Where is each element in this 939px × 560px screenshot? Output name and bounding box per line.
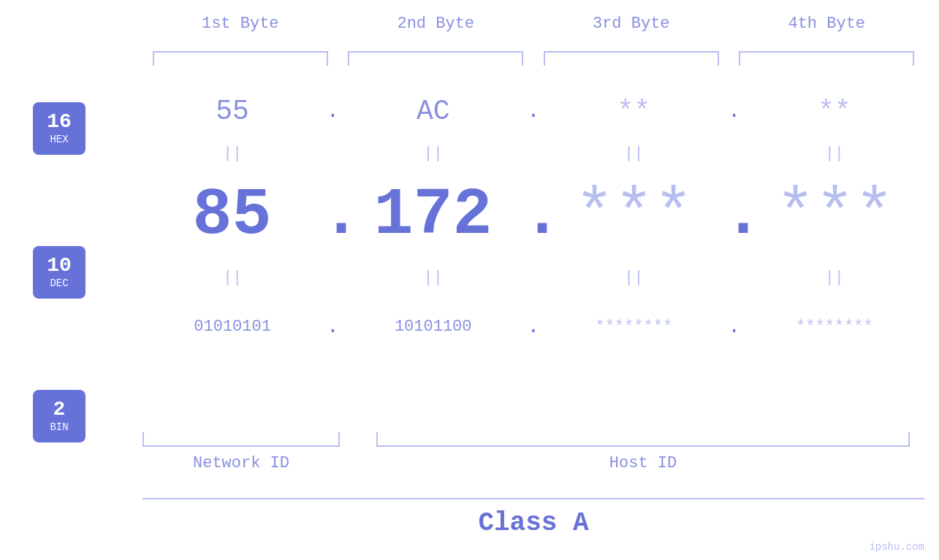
host-id-label: Host ID <box>376 454 910 472</box>
hex-b4: ** <box>745 96 924 127</box>
bin-row: 01010101 . 10101100 . ******** . *******… <box>142 299 924 354</box>
dec-badge: 10 DEC <box>33 246 85 299</box>
bin-badge-num: 2 <box>53 399 66 420</box>
hex-b2: AC <box>343 96 523 127</box>
dec-badge-label: DEC <box>50 277 68 289</box>
hex-badge-num: 16 <box>47 112 72 132</box>
hex-b3-val: ** <box>617 96 650 127</box>
dec-badge-num: 10 <box>47 256 72 276</box>
badges: 16 HEX 10 DEC 2 BIN <box>33 102 85 442</box>
bin-b1: 01010101 <box>142 318 322 336</box>
bin-b3: ******** <box>544 318 723 336</box>
host-bracket <box>376 432 910 447</box>
hex-sep3: . <box>723 100 744 123</box>
hex-b4-val: ** <box>818 96 851 127</box>
network-id-label: Network ID <box>142 454 340 472</box>
bin-badge: 2 BIN <box>33 390 85 442</box>
bottom-brackets <box>142 432 924 447</box>
equals-row-1: || || || || <box>142 139 924 168</box>
hex-row: 55 . AC . ** . ** <box>142 84 924 139</box>
eq1-b2: || <box>343 145 523 163</box>
dec-b3-val: *** <box>574 178 693 253</box>
main-container: 1st Byte 2nd Byte 3rd Byte 4th Byte 16 H… <box>0 0 939 560</box>
header-byte4: 4th Byte <box>731 15 921 33</box>
hex-b1: 55 <box>142 96 322 127</box>
eq1-b4: || <box>745 145 924 163</box>
hex-b2-val: AC <box>417 96 450 127</box>
bin-sep3: . <box>723 315 744 338</box>
bin-b2-val: 10101100 <box>395 318 472 336</box>
dec-b4-val: *** <box>775 178 894 253</box>
dec-b1-val: 85 <box>192 178 271 253</box>
bottom-labels: Network ID Host ID <box>142 454 924 472</box>
header-byte2: 2nd Byte <box>341 15 531 33</box>
dec-sep3: . <box>723 178 745 253</box>
bin-b3-val: ******** <box>595 318 672 336</box>
top-brackets <box>142 51 924 66</box>
watermark: ipshu.com <box>869 541 924 553</box>
hex-b1-val: 55 <box>216 96 249 127</box>
hex-sep1: . <box>322 100 343 123</box>
equals-row-2: || || || || <box>142 263 924 292</box>
hex-badge: 16 HEX <box>33 102 85 155</box>
bin-badge-label: BIN <box>50 421 68 433</box>
bracket-byte4 <box>739 51 914 66</box>
eq1-b3: || <box>544 145 723 163</box>
eq2-b2: || <box>343 269 523 287</box>
dec-b3: *** <box>544 178 723 253</box>
header-byte3: 3rd Byte <box>536 15 726 33</box>
bottom-section: Network ID Host ID <box>142 432 924 472</box>
bin-b2: 10101100 <box>343 318 523 336</box>
dec-row: 85 . 172 . *** . *** <box>142 168 924 263</box>
dec-b1: 85 <box>142 178 322 253</box>
header-byte1: 1st Byte <box>145 15 335 33</box>
network-bracket <box>142 432 340 447</box>
class-section: Class A <box>142 498 924 538</box>
dec-sep2: . <box>522 178 544 253</box>
hex-sep2: . <box>523 100 544 123</box>
bin-sep1: . <box>322 315 343 338</box>
dec-b2-val: 172 <box>373 178 492 253</box>
eq2-b1: || <box>142 269 322 287</box>
bracket-byte3 <box>544 51 719 66</box>
rows-container: 55 . AC . ** . ** || || || || <box>142 84 924 354</box>
bin-sep2: . <box>523 315 544 338</box>
hex-badge-label: HEX <box>50 134 68 145</box>
hex-b3: ** <box>544 96 723 127</box>
class-label: Class A <box>142 508 924 538</box>
dec-b2: 172 <box>343 178 522 253</box>
class-line <box>142 498 924 499</box>
bracket-byte1 <box>153 51 328 66</box>
bracket-byte2 <box>348 51 523 66</box>
eq2-b3: || <box>544 269 723 287</box>
dec-sep1: . <box>322 178 343 253</box>
bin-b4-val: ******** <box>796 318 873 336</box>
eq1-b1: || <box>142 145 322 163</box>
byte-headers: 1st Byte 2nd Byte 3rd Byte 4th Byte <box>142 15 924 33</box>
bin-b4: ******** <box>745 318 924 336</box>
eq2-b4: || <box>745 269 924 287</box>
bin-b1-val: 01010101 <box>194 318 271 336</box>
dec-b4: *** <box>745 178 924 253</box>
